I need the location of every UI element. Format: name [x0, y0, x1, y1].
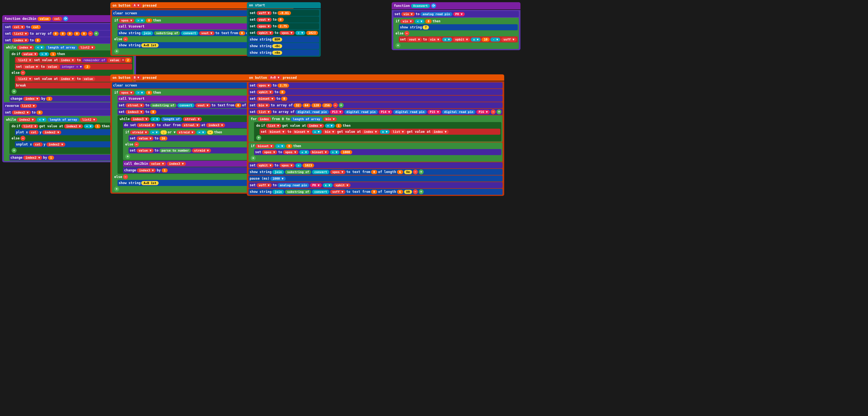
arr-minus[interactable]: − [88, 31, 93, 36]
col-var[interactable]: col ▼ [12, 25, 25, 29]
arr-plus[interactable]: + [94, 31, 99, 36]
expand-btn[interactable]: ⟳ [63, 16, 68, 21]
vconvert-block: function Vconvert ⟳ set vin ▼ to analog … [392, 2, 521, 50]
col-val[interactable]: col [31, 25, 41, 29]
set-col-label: set [5, 25, 11, 29]
list2-var[interactable]: list2 ▼ [12, 32, 29, 36]
param-value[interactable]: value [37, 17, 51, 21]
func-label: function dec2bin [4, 17, 36, 21]
on-start-block: on start set voff ▼ to -0.01 set vout ▼ … [247, 2, 321, 57]
main-canvas: function dec2bin value col ⟳ set col ▼ t… [0, 0, 868, 416]
button-ab-block: on button A+B ▼ pressed set vpos ▼ to 2.… [247, 74, 504, 196]
param-col[interactable]: col [52, 17, 62, 21]
